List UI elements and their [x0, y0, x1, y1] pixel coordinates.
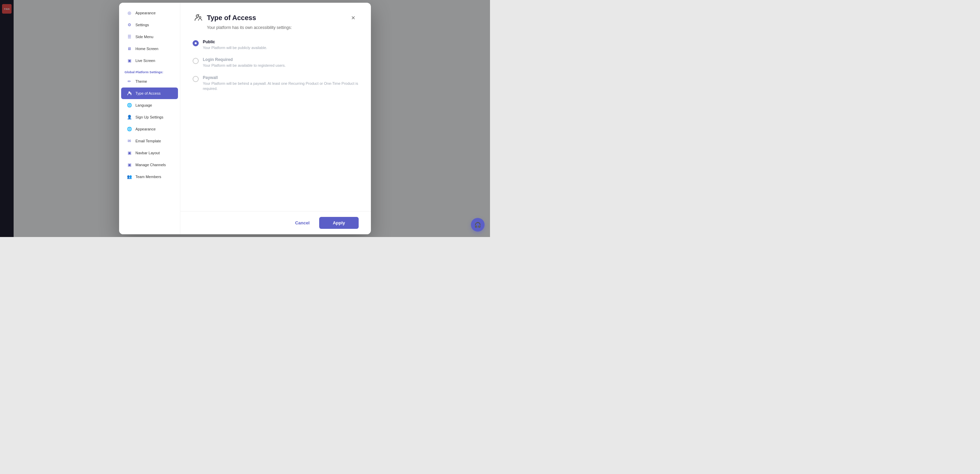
support-icon: 🎧: [474, 222, 481, 228]
sidebar-item-email-template[interactable]: ✉ Email Template: [121, 135, 178, 147]
modal-main-content: Type of Access × Your platform has its o…: [180, 3, 371, 234]
team-members-icon: 👥: [127, 174, 132, 179]
sidebar-item-settings-label: Settings: [135, 23, 149, 27]
manage-channels-icon: ▣: [127, 162, 132, 168]
support-bubble[interactable]: 🎧: [471, 218, 485, 231]
appearance-bottom-icon: 🌐: [127, 126, 132, 132]
sidebar-item-team-members[interactable]: 👥 Team Members: [121, 171, 178, 182]
modal-sidebar: ◎ Appearance ⚙ Settings ☰ Side Menu 🖥 Ho…: [119, 3, 180, 234]
sidebar-item-live-screen[interactable]: ▣ Live Screen: [121, 55, 178, 66]
radio-label-public: Public Your Platform will be publicly av…: [203, 40, 267, 50]
sidebar-item-live-screen-label: Live Screen: [135, 59, 155, 63]
radio-circle-paywall: [192, 76, 199, 82]
radio-desc-paywall: Your Platform will be behind a paywall. …: [203, 81, 359, 92]
home-screen-icon: 🖥: [127, 46, 132, 51]
cancel-button[interactable]: Cancel: [290, 218, 315, 228]
sidebar-item-theme[interactable]: ✏ Theme: [121, 76, 178, 87]
modal-subtitle: Your platform has its own accessibility …: [207, 25, 359, 30]
sidebar-item-manage-channels[interactable]: ▣ Manage Channels: [121, 159, 178, 171]
radio-circle-public: [192, 40, 199, 46]
svg-point-2: [196, 15, 199, 18]
side-menu-icon: ☰: [127, 34, 132, 40]
modal-title-row: Type of Access: [192, 12, 256, 23]
sidebar-item-language[interactable]: 🌐 Language: [121, 99, 178, 111]
close-button[interactable]: ×: [348, 12, 359, 23]
sidebar-item-side-menu-label: Side Menu: [135, 35, 153, 39]
access-type-options: Public Your Platform will be publicly av…: [192, 40, 359, 92]
radio-desc-public: Your Platform will be publicly available…: [203, 45, 267, 50]
sign-up-icon: 👤: [127, 115, 132, 120]
modal-header: Type of Access ×: [192, 12, 359, 23]
sidebar-item-type-of-access-label: Type of Access: [135, 91, 161, 95]
radio-title-paywall: Paywall: [203, 75, 359, 80]
sidebar-item-appearance-top-label: Appearance: [135, 11, 156, 15]
live-screen-icon: ▣: [127, 58, 132, 63]
language-icon: 🌐: [127, 102, 132, 108]
radio-option-paywall[interactable]: Paywall Your Platform will be behind a p…: [192, 75, 359, 92]
radio-option-login-required[interactable]: Login Required Your Platform will be ava…: [192, 57, 359, 68]
theme-icon: ✏: [127, 79, 132, 84]
modal-footer: Cancel Apply: [180, 211, 371, 234]
appearance-top-icon: ◎: [127, 10, 132, 16]
type-of-access-icon: [127, 91, 132, 96]
sidebar-item-appearance-bottom[interactable]: 🌐 Appearance: [121, 123, 178, 135]
sidebar-item-navbar-layout[interactable]: ▣ Navbar Layout: [121, 147, 178, 159]
sidebar-item-team-members-label: Team Members: [135, 175, 161, 179]
sidebar-item-settings[interactable]: ⚙ Settings: [121, 19, 178, 30]
svg-point-3: [199, 17, 201, 18]
navbar-layout-icon: ▣: [127, 150, 132, 156]
sidebar-item-type-of-access[interactable]: Type of Access: [121, 88, 178, 99]
apply-button[interactable]: Apply: [319, 217, 359, 229]
sidebar-item-home-screen[interactable]: 🖥 Home Screen: [121, 43, 178, 54]
sidebar-item-side-menu[interactable]: ☰ Side Menu: [121, 31, 178, 43]
global-platform-settings-label: Global Platform Settings:: [119, 67, 180, 75]
sidebar-item-theme-label: Theme: [135, 79, 147, 83]
sidebar-item-appearance-bottom-label: Appearance: [135, 127, 156, 131]
sidebar-item-appearance-top[interactable]: ◎ Appearance: [121, 7, 178, 19]
email-template-icon: ✉: [127, 138, 132, 144]
sidebar-item-navbar-layout-label: Navbar Layout: [135, 151, 160, 155]
sidebar-item-sign-up[interactable]: 👤 Sign Up Settings: [121, 111, 178, 123]
sidebar-item-email-template-label: Email Template: [135, 139, 161, 143]
radio-title-public: Public: [203, 40, 267, 44]
modal-overlay: ◎ Appearance ⚙ Settings ☰ Side Menu 🖥 Ho…: [0, 0, 490, 237]
radio-desc-login-required: Your Platform will be available to regis…: [203, 63, 286, 68]
modal-title: Type of Access: [207, 14, 256, 22]
radio-title-login-required: Login Required: [203, 57, 286, 62]
modal-title-icon: [192, 12, 204, 23]
sidebar-item-sign-up-label: Sign Up Settings: [135, 115, 163, 119]
sidebar-item-home-screen-label: Home Screen: [135, 47, 158, 51]
sidebar-item-language-label: Language: [135, 103, 152, 107]
radio-circle-login-required: [192, 58, 199, 64]
modal-container: ◎ Appearance ⚙ Settings ☰ Side Menu 🖥 Ho…: [119, 3, 371, 234]
sidebar-item-manage-channels-label: Manage Channels: [135, 163, 166, 167]
settings-icon: ⚙: [127, 22, 132, 27]
radio-label-paywall: Paywall Your Platform will be behind a p…: [203, 75, 359, 92]
radio-label-login-required: Login Required Your Platform will be ava…: [203, 57, 286, 68]
svg-point-0: [129, 92, 130, 93]
radio-option-public[interactable]: Public Your Platform will be publicly av…: [192, 40, 359, 50]
